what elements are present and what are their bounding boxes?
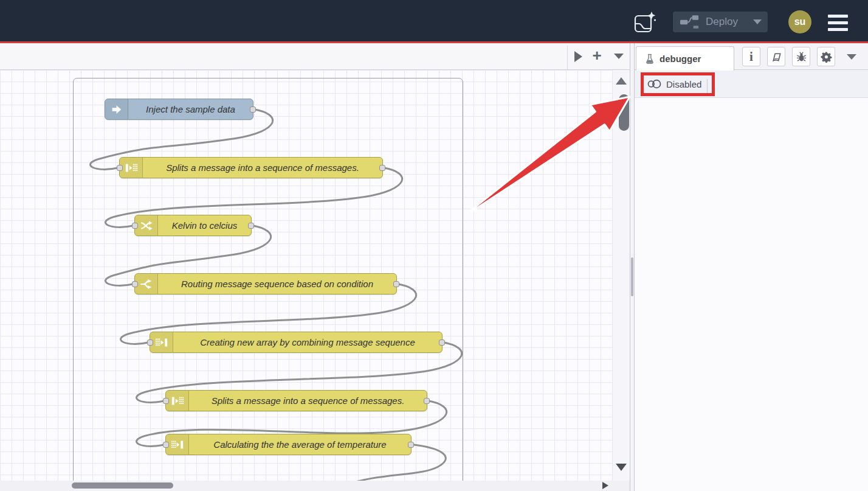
node-input-port[interactable] (117, 165, 123, 171)
scroll-tabs-right-button[interactable] (568, 43, 588, 69)
info-icon: i (749, 50, 753, 63)
flow-canvas[interactable]: Inject the sample dataSplits a message i… (0, 70, 630, 481)
help-button[interactable] (767, 47, 785, 66)
disabled-label: Disabled (666, 79, 701, 89)
node-output-port[interactable] (379, 165, 385, 171)
sidebar-tab-label: debugger (660, 54, 701, 64)
node-input-port[interactable] (147, 340, 153, 346)
scroll-right-icon[interactable] (602, 482, 608, 489)
splitter-drag-handle[interactable] (631, 257, 633, 296)
flow-tabstrip: + (0, 43, 630, 70)
scroll-down-icon[interactable] (616, 464, 627, 471)
toggle-off-icon (647, 79, 662, 89)
node-label: Inject the sample data (128, 99, 253, 119)
node-label: Routing message sequence based on condit… (158, 274, 396, 294)
deploy-icon (680, 15, 700, 30)
chevron-down-icon (847, 54, 856, 60)
node-output-port[interactable] (408, 442, 414, 448)
canvas-vertical-scrollbar[interactable] (613, 70, 630, 481)
split-icon (166, 391, 189, 411)
split-icon (120, 158, 143, 178)
change-icon (135, 215, 158, 235)
join-icon (150, 332, 173, 352)
node-split[interactable]: Splits a message into a sequence of mess… (165, 390, 427, 411)
deploy-chevron-down-icon[interactable] (753, 19, 762, 24)
node-output-port[interactable] (393, 281, 399, 287)
node-label: Splits a message into a sequence of mess… (189, 391, 427, 411)
node-input-port[interactable] (163, 398, 169, 404)
sidebar: debugger i (635, 43, 868, 491)
settings-button[interactable] (817, 47, 835, 66)
inject-icon (105, 99, 128, 119)
node-output-port[interactable] (250, 106, 256, 113)
flask-icon (645, 54, 655, 64)
app-header: Deploy su (0, 0, 868, 41)
node-label: Kelvin to celcius (158, 215, 251, 235)
node-output-port[interactable] (439, 340, 445, 346)
node-join[interactable]: Creating new array by combining message … (150, 332, 443, 353)
deploy-button[interactable]: Deploy (673, 12, 768, 32)
bug-icon (796, 51, 807, 63)
node-label: Splits a message into a sequence of mess… (143, 158, 382, 178)
sidebar-tabbar: debugger i (635, 43, 868, 70)
node-input-port[interactable] (163, 442, 169, 448)
node-split[interactable]: Splits a message into a sequence of mess… (119, 157, 383, 178)
info-button[interactable]: i (742, 47, 760, 66)
node-input-port[interactable] (132, 281, 138, 287)
node-output-port[interactable] (248, 223, 254, 229)
vertical-scrollbar-thumb[interactable] (619, 94, 629, 131)
debug-button[interactable] (792, 47, 810, 66)
tab-debugger[interactable]: debugger (636, 46, 734, 71)
ai-flow-icon[interactable] (633, 10, 657, 37)
node-join[interactable]: Calculating the the average of temperatu… (165, 434, 412, 455)
book-icon (771, 51, 782, 63)
node-output-port[interactable] (424, 398, 430, 404)
node-label: Creating new array by combining message … (173, 332, 442, 352)
user-avatar[interactable]: su (788, 10, 811, 33)
chevron-down-icon (614, 54, 624, 59)
horizontal-scrollbar-thumb[interactable] (72, 482, 173, 489)
sidebar-collapse-button[interactable] (847, 54, 856, 60)
debug-disabled-toggle[interactable]: Disabled (647, 75, 701, 92)
switch-icon (135, 274, 158, 294)
debug-message-list[interactable] (635, 98, 868, 491)
play-right-icon (574, 51, 582, 62)
sidebar-splitter[interactable] (630, 43, 635, 491)
toolbar-separator (707, 79, 708, 96)
deploy-label: Deploy (706, 16, 738, 28)
gear-icon (821, 51, 832, 63)
debug-toolbar: Disabled (635, 70, 868, 98)
node-change[interactable]: Kelvin to celcius (134, 215, 252, 236)
node-input-port[interactable] (132, 223, 138, 229)
scroll-up-icon[interactable] (616, 77, 627, 85)
node-inject[interactable]: Inject the sample data (105, 99, 253, 120)
canvas-horizontal-scrollbar[interactable] (0, 481, 630, 491)
menu-icon[interactable] (828, 15, 848, 31)
list-flows-button[interactable] (608, 43, 629, 69)
join-icon (166, 434, 189, 454)
add-flow-button[interactable]: + (587, 43, 607, 69)
node-switch[interactable]: Routing message sequence based on condit… (134, 273, 397, 294)
node-label: Calculating the the average of temperatu… (189, 434, 411, 454)
